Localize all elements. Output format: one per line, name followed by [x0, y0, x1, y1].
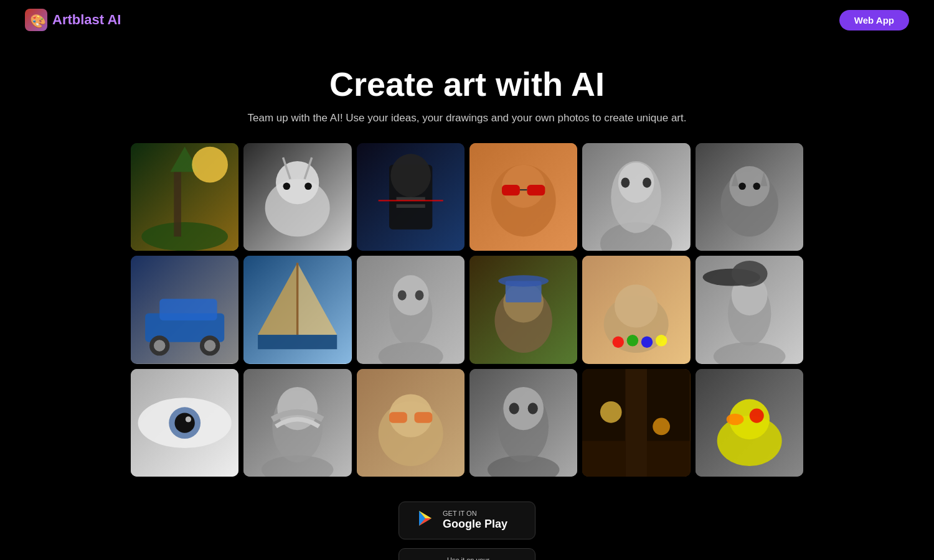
grid-image-0 [131, 143, 238, 251]
grid-svg-13 [243, 369, 351, 477]
svg-point-12 [283, 183, 291, 190]
grid-svg-9 [469, 256, 577, 363]
header: 🎨 Artblast AI Web App [0, 0, 934, 40]
grid-image-17 [696, 369, 803, 477]
grid-item [696, 256, 803, 363]
grid-item [696, 369, 803, 477]
svg-point-74 [731, 261, 767, 287]
svg-point-9 [276, 161, 319, 204]
grid-image-13 [243, 369, 351, 477]
grid-svg-5 [696, 143, 803, 251]
grid-image-9 [469, 256, 577, 363]
hero-section: Create art with AI Team up with the AI! … [0, 40, 934, 143]
google-play-small-text: GET IT ON [443, 510, 507, 518]
grid-item [469, 256, 577, 363]
google-play-button[interactable]: GET IT ON Google Play [399, 502, 535, 539]
grid-svg-8 [357, 256, 465, 363]
grid-item [357, 143, 465, 251]
svg-rect-87 [389, 412, 407, 422]
grid-image-5 [696, 143, 803, 251]
google-play-large-text: Google Play [443, 518, 507, 531]
logo-main: Artblast [52, 12, 104, 27]
svg-point-67 [641, 337, 653, 348]
svg-point-61 [498, 276, 549, 287]
svg-point-99 [653, 418, 671, 435]
grid-image-3 [469, 143, 577, 251]
svg-point-66 [627, 335, 638, 346]
grid-item [469, 143, 577, 251]
grid-svg-1 [243, 143, 351, 251]
svg-point-45 [204, 340, 215, 352]
svg-rect-4 [174, 172, 181, 236]
grid-svg-16 [582, 369, 690, 477]
grid-image-16 [582, 369, 690, 477]
grid-item [243, 256, 351, 363]
web-app-button[interactable]: Web App [839, 10, 909, 30]
svg-point-6 [192, 147, 228, 183]
grid-item [131, 256, 238, 363]
cta-section: GET IT ON Google Play 🌐 Use it on your W… [0, 502, 934, 560]
svg-point-38 [753, 183, 760, 190]
hero-title: Create art with AI [12, 65, 922, 103]
grid-svg-7 [243, 256, 351, 363]
svg-rect-97 [626, 369, 648, 477]
grid-image-11 [696, 256, 803, 363]
svg-point-98 [600, 401, 622, 423]
grid-svg-14 [357, 369, 465, 477]
grid-item [696, 143, 803, 251]
grid-item [582, 369, 690, 477]
grid-item [357, 369, 465, 477]
svg-rect-24 [527, 185, 545, 195]
grid-svg-4 [582, 143, 690, 251]
web-browser-button[interactable]: 🌐 Use it on your Web Browser [399, 548, 535, 560]
grid-svg-0 [131, 143, 238, 251]
svg-point-13 [305, 183, 313, 190]
svg-point-16 [390, 154, 431, 197]
grid-item [131, 143, 238, 251]
svg-point-106 [749, 408, 763, 422]
svg-rect-101 [647, 441, 690, 477]
grid-image-14 [357, 369, 465, 477]
grid-item [357, 256, 465, 363]
svg-point-105 [726, 413, 743, 424]
svg-text:🎨: 🎨 [30, 13, 46, 29]
logo-accent: AI [104, 12, 121, 27]
google-play-icon [417, 510, 434, 531]
logo-area: 🎨 Artblast AI [25, 9, 121, 31]
logo-text: Artblast AI [52, 12, 121, 28]
svg-rect-18 [396, 204, 425, 208]
grid-item [131, 369, 238, 477]
svg-point-78 [174, 413, 194, 432]
svg-point-94 [528, 403, 538, 414]
svg-rect-88 [414, 412, 432, 422]
grid-item [582, 143, 690, 251]
svg-rect-41 [159, 299, 217, 321]
grid-svg-2 [357, 143, 465, 251]
grid-image-15 [469, 369, 577, 477]
grid-image-7 [243, 256, 351, 363]
svg-point-43 [154, 340, 165, 352]
logo-icon: 🎨 [25, 9, 47, 31]
grid-item [469, 369, 577, 477]
grid-image-10 [582, 256, 690, 363]
svg-point-93 [509, 403, 519, 414]
grid-svg-6 [131, 256, 238, 363]
svg-point-68 [656, 335, 667, 346]
grid-image-1 [243, 143, 351, 251]
grid-image-2 [357, 143, 465, 251]
grid-image-4 [582, 143, 690, 251]
google-play-text: GET IT ON Google Play [443, 510, 507, 531]
logo-svg-icon: 🎨 [26, 9, 47, 30]
svg-point-55 [398, 291, 407, 301]
grid-item [243, 143, 351, 251]
svg-point-37 [738, 183, 746, 190]
web-browser-text: Use it on your Web Browser [447, 556, 517, 560]
grid-image-6 [131, 256, 238, 363]
svg-point-3 [141, 222, 228, 251]
svg-point-79 [186, 416, 191, 422]
grid-svg-17 [696, 369, 803, 477]
svg-point-56 [415, 291, 423, 301]
play-store-svg [417, 510, 434, 527]
svg-rect-100 [582, 441, 625, 477]
grid-svg-15 [469, 369, 577, 477]
